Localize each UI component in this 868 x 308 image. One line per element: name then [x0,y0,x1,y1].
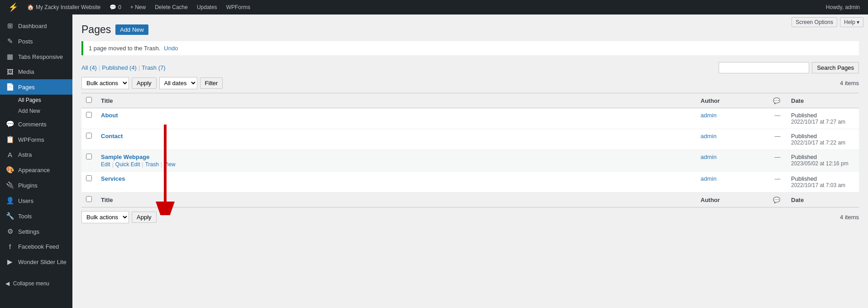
adminbar-wp-logo[interactable]: ⚡ [4,0,23,14]
td-title-services: Services [96,172,696,192]
sample-title-link[interactable]: Sample Webpage [101,154,149,160]
quick-edit-link[interactable]: Quick Edit [115,161,140,168]
sidebar-item-astra[interactable]: A Astra [0,147,72,162]
select-all-checkbox-bottom[interactable] [86,196,92,202]
notice-text: 1 page moved to the Trash. [89,45,160,52]
contact-title-link[interactable]: Contact [101,133,123,140]
screen-options-button[interactable]: Screen Options [792,17,837,27]
tabs-icon: ▦ [5,53,14,61]
services-title-link[interactable]: Services [101,175,125,182]
services-date-value: 2022/10/17 at 7:03 am [791,182,854,188]
services-date-status: Published [791,175,854,182]
edit-link[interactable]: Edit [101,161,110,168]
trash-notice: 1 page moved to the Trash. Undo [81,41,859,55]
search-pages-button[interactable]: Search Pages [812,62,859,73]
tfoot-checkbox [81,192,96,207]
apply-top-button[interactable]: Apply [132,77,157,89]
sidebar-item-posts[interactable]: ✎ Posts [0,34,72,49]
main-content: Screen Options Help ▾ Pages Add New 1 pa… [72,14,868,308]
sidebar-item-comments[interactable]: 💬 Comments [0,116,72,132]
filter-button[interactable]: Filter [200,77,223,89]
sidebar-item-wpforms[interactable]: 📋 WPForms [0,132,72,147]
th-comments: 💬 [768,93,787,108]
checkbox-contact[interactable] [86,133,92,139]
th-title: Title [96,93,696,108]
settings-icon: ⚙ [5,227,14,236]
checkbox-services[interactable] [86,175,92,181]
sidebar-item-settings[interactable]: ⚙ Settings [0,224,72,239]
sidebar-item-appearance[interactable]: 🎨 Appearance [0,162,72,178]
apply-bottom-button[interactable]: Apply [132,212,157,223]
wp-layout: ⊞ Dashboard ✎ Posts ▦ Tabs Responsive 🖼 … [0,14,868,308]
sample-author-link[interactable]: admin [701,154,716,160]
search-pages-area: Search Pages [719,62,859,73]
td-author-about: admin [696,108,768,129]
td-checkbox-contact [81,129,96,150]
trash-link[interactable]: Trash [145,161,159,168]
sidebar-item-users[interactable]: 👤 Users [0,193,72,208]
sidebar-item-dashboard[interactable]: ⊞ Dashboard [0,18,72,34]
adminbar-delete-cache[interactable]: Delete Cache [150,0,192,14]
sidebar-item-tools[interactable]: 🔧 Tools [0,208,72,224]
sample-date-value: 2023/05/02 at 12:16 pm [791,160,854,167]
td-title-about: About [96,108,696,129]
sidebar-subitem-add-new[interactable]: Add New [0,106,72,116]
about-date-status: Published [791,112,854,119]
td-author-contact: admin [696,129,768,150]
adminbar-updates[interactable]: Updates [192,0,222,14]
sidebar-item-pages[interactable]: 📄 Pages [0,79,72,95]
about-author-link[interactable]: admin [701,112,716,119]
sidebar-item-facebook-feed[interactable]: f Facebook Feed [0,239,72,254]
checkbox-sample[interactable] [86,154,92,159]
th-date: Date [787,93,859,108]
search-pages-input[interactable] [719,62,809,73]
filter-bar: All (4) | Published (4) | Trash (7) Sear… [81,62,859,73]
adminbar-comments[interactable]: 💬 0 [105,0,126,14]
filter-all-link[interactable]: All (4) [81,64,97,71]
bulk-actions-bottom-select[interactable]: Bulk actions [81,211,129,223]
dashboard-icon: ⊞ [5,22,14,30]
adminbar-wpforms[interactable]: WPForms [222,0,255,14]
all-dates-select[interactable]: All dates [159,77,197,89]
top-toolbar: Bulk actions Apply All dates Filter 4 it… [81,77,859,89]
users-icon: 👤 [5,197,14,205]
about-comments-dash: — [775,112,781,119]
table-row: Services admin — Published 2022/10/17 at… [81,172,859,192]
filter-trash-link[interactable]: Trash (7) [142,64,165,71]
sample-comments-dash: — [775,154,781,160]
tfoot-comments: 💬 [768,192,787,207]
sidebar-item-media[interactable]: 🖼 Media [0,64,72,79]
services-author-link[interactable]: admin [701,175,716,182]
contact-comments-dash: — [775,133,781,140]
contact-author-link[interactable]: admin [701,133,716,140]
collapse-menu-button[interactable]: ◀ Collapse menu [0,277,72,290]
table-header-row: Title Author 💬 Date [81,93,859,108]
sidebar-item-wonder-slider[interactable]: ▶ Wonder Slider Lite [0,254,72,270]
sidebar-item-tabs-responsive[interactable]: ▦ Tabs Responsive [0,49,72,64]
bulk-actions-top-select[interactable]: Bulk actions [81,77,129,89]
table-row: About admin — Published 2022/10/17 at 7:… [81,108,859,129]
adminbar-howdy[interactable]: Howdy, admin [821,4,864,10]
table-row: Sample Webpage Edit | Quick Edit | Trash… [81,150,859,172]
checkbox-about[interactable] [86,112,92,118]
td-comments-sample: — [768,150,787,172]
view-link[interactable]: View [164,161,176,168]
table-footer-row: Title Author 💬 Date [81,192,859,207]
td-date-about: Published 2022/10/17 at 7:27 am [787,108,859,129]
select-all-checkbox-top[interactable] [86,97,92,103]
about-title-link[interactable]: About [101,112,118,119]
bottom-toolbar: Bulk actions Apply 4 items [81,211,859,223]
sidebar-subitem-all-pages[interactable]: All Pages [0,95,72,106]
add-new-button[interactable]: Add New [115,24,148,35]
td-author-sample: admin [696,150,768,172]
sidebar-item-plugins[interactable]: 🔌 Plugins [0,178,72,193]
contact-date-value: 2022/10/17 at 7:22 am [791,140,854,146]
td-checkbox-services [81,172,96,192]
td-date-contact: Published 2022/10/17 at 7:22 am [787,129,859,150]
filter-published-link[interactable]: Published (4) [102,64,137,71]
td-checkbox-sample [81,150,96,172]
adminbar-new[interactable]: + New [126,0,150,14]
undo-link[interactable]: Undo [164,45,178,52]
help-button[interactable]: Help ▾ [840,17,863,27]
adminbar-site-name[interactable]: 🏠 My Zacky Installer Website [23,0,105,14]
